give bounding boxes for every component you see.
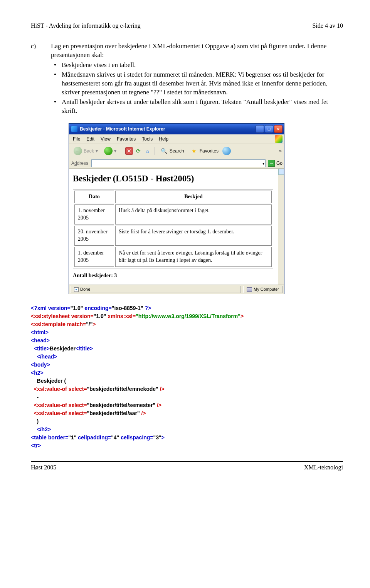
code-block: <?xml version="1.0" encoding="iso-8859-1… — [31, 304, 343, 450]
code-attr: "4" — [111, 434, 119, 441]
code-line: cellspacing= — [119, 434, 153, 441]
code-attr: "http://www.w3.org/1999/XSL/Transform" — [136, 313, 240, 319]
code-attr: "/" — [86, 321, 92, 327]
page-footer: Høst 2005 XML-teknologi — [31, 461, 343, 472]
status-done: Done — [71, 286, 241, 293]
code-attr: "iso-8859-1" — [112, 305, 143, 311]
page-icon — [74, 287, 79, 292]
code-line: encoding= — [83, 305, 111, 311]
task-bullet-2: Månedsnavn skrives ut i stedet for numme… — [51, 70, 343, 97]
go-arrow-icon: → — [268, 160, 275, 167]
cell-msg: Siste frist for å levere øvinger er tors… — [115, 226, 272, 246]
menu-file[interactable]: File — [70, 135, 83, 143]
toolbar-separator — [155, 147, 155, 155]
stop-icon[interactable]: ✕ — [125, 147, 133, 155]
history-icon[interactable] — [222, 147, 231, 155]
header-left: HiST - Avdeling for informatikk og e-lær… — [31, 22, 141, 30]
code-line: <body> — [31, 362, 50, 368]
code-line: <h2> — [31, 370, 44, 376]
status-zone-text: My Computer — [254, 286, 279, 292]
window-title: Beskjeder - Microsoft Internet Explorer — [80, 126, 256, 132]
code-text: Beskjeder — [50, 345, 76, 352]
chevron-down-icon: ▾ — [96, 148, 98, 154]
code-line: <xsl:value-of select= — [31, 402, 87, 408]
footer-left: Høst 2005 — [31, 463, 56, 472]
code-line: xmlns:xsl= — [106, 313, 136, 319]
ie-icon — [71, 126, 77, 132]
status-bar: Done My Computer — [69, 285, 284, 294]
minimize-button[interactable]: _ — [256, 125, 264, 133]
code-line: > — [161, 434, 165, 441]
code-line: <xsl:value-of select= — [31, 410, 87, 416]
code-text: - — [31, 394, 39, 400]
col-date: Dato — [74, 191, 114, 203]
task-bullet-3: Antall beskjeder skrives ut under tabell… — [51, 98, 343, 116]
code-line: <head> — [31, 337, 50, 343]
address-label: Address — [71, 160, 89, 166]
menu-help[interactable]: Help — [156, 135, 172, 143]
search-button[interactable]: 🔍 Search — [158, 146, 187, 156]
favorites-button[interactable]: ★ Favorites — [188, 146, 221, 156]
toolbar-overflow-icon[interactable]: » — [279, 148, 282, 154]
code-attr: "beskjeder/tittel/semester" — [87, 402, 155, 408]
code-line: <tr> — [31, 442, 41, 449]
code-text: Beskjeder ( — [31, 378, 66, 384]
back-arrow-icon: ← — [74, 147, 82, 155]
count-label: Antall beskjeder: — [73, 273, 113, 278]
toolbar-separator — [122, 147, 122, 155]
code-line: ?> — [143, 305, 151, 311]
menu-bar: File Edit View Favorites Tools Help — [69, 134, 284, 144]
code-line: </head> — [31, 353, 57, 360]
code-line: <title> — [31, 345, 50, 352]
refresh-icon[interactable]: ⟳ — [135, 147, 142, 155]
go-button[interactable]: → Go — [268, 160, 283, 167]
code-line: /> — [158, 386, 165, 392]
code-line: <xsl:template match= — [31, 321, 86, 327]
code-line: /> — [155, 402, 161, 408]
page-header: HiST - Avdeling for informatikk og e-lær… — [31, 22, 343, 31]
task-intro: Lag en presentasjon over beskjedene i XM… — [51, 42, 343, 60]
status-done-text: Done — [80, 286, 90, 292]
code-line: <html> — [31, 329, 49, 335]
code-attr: "beskjeder/tittel/emnekode" — [87, 386, 158, 392]
table-row: 1. desember 2005 Nå er det for sent å le… — [74, 247, 272, 267]
toolbar: ← Back ▾ → ▾ ✕ ⟳ ⌂ 🔍 Search ★ Favorites … — [69, 144, 284, 158]
code-attr: "3" — [153, 434, 161, 441]
back-label: Back — [84, 148, 94, 154]
code-attr: "1.0" — [71, 305, 83, 311]
search-label: Search — [170, 148, 184, 154]
menu-edit[interactable]: Edit — [83, 135, 98, 143]
code-line: </title> — [76, 345, 93, 352]
code-text: ) — [31, 418, 39, 424]
code-attr: "1.0" — [94, 313, 106, 319]
task-bullet-1: Beskjedene vises i en tabell. — [51, 61, 343, 70]
cell-msg: Nå er det for sent å levere øvinger. Løs… — [115, 247, 272, 267]
count-row: Antall beskjeder: 3 — [73, 272, 280, 280]
code-line: /> — [140, 410, 146, 416]
address-dropdown-icon[interactable]: ▾ — [262, 161, 264, 166]
code-line: <table border= — [31, 434, 68, 441]
ie-window: Beskjeder - Microsoft Internet Explorer … — [69, 123, 284, 294]
code-attr: "1" — [68, 434, 76, 441]
maximize-button[interactable]: □ — [265, 125, 273, 133]
scroll-up-icon[interactable] — [278, 169, 284, 175]
address-input[interactable]: ▾ — [91, 159, 266, 167]
chevron-down-icon: ▾ — [114, 148, 116, 154]
close-button[interactable]: × — [274, 125, 283, 133]
code-line: > — [240, 313, 244, 319]
cell-date: 1. desember 2005 — [74, 247, 114, 267]
back-button[interactable]: ← Back ▾ — [71, 146, 100, 156]
messages-table: Dato Beskjed 1. november 2005 Husk å del… — [73, 189, 273, 268]
cell-date: 20. november 2005 — [74, 226, 114, 246]
forward-button[interactable]: → ▾ — [102, 146, 119, 156]
browser-content: Beskjeder (LO515D - Høst2005) Dato Beskj… — [69, 169, 284, 285]
code-line: > — [92, 321, 96, 327]
scrollbar[interactable] — [278, 169, 284, 285]
home-icon[interactable]: ⌂ — [144, 147, 151, 155]
menu-favorites[interactable]: Favorites — [114, 135, 139, 143]
star-icon: ★ — [190, 147, 198, 155]
window-titlebar[interactable]: Beskjeder - Microsoft Internet Explorer … — [69, 124, 284, 134]
menu-view[interactable]: View — [98, 135, 114, 143]
header-right: Side 4 av 10 — [312, 22, 343, 30]
menu-tools[interactable]: Tools — [139, 135, 156, 143]
